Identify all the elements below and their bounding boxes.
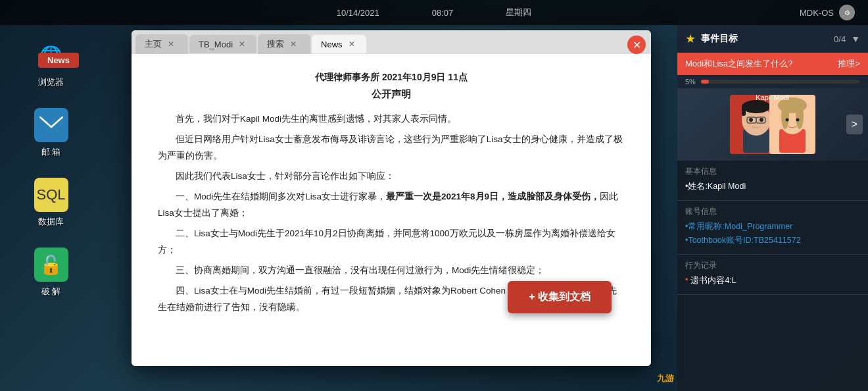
character-female-portrait xyxy=(769,95,815,154)
tab-search-close[interactable]: ✕ xyxy=(288,39,299,49)
account-info-title: 账号信息 xyxy=(685,206,860,217)
account-toothbook-id: •Toothbook账号ID:TB25411572 xyxy=(685,235,860,246)
article-para5: 二、Lisa女士与Modi先生于2021年10月2日协商离婚，并同意将1000万… xyxy=(158,226,625,259)
crack-icon: 🔓 xyxy=(34,248,68,282)
email-icon xyxy=(34,108,68,142)
article-para2: 但近日网络用户针对Lisa女士蓄意发布侮辱及诽谤言论，这些行为严重影响了Lisa… xyxy=(158,132,625,165)
basic-info-section: 基本信息 •姓名:Kapil Modi xyxy=(677,161,868,201)
collect-to-document-button[interactable]: + 收集到文档 xyxy=(508,281,612,313)
basic-info-name: •姓名:Kapil Modi xyxy=(685,181,860,192)
database-icon: SQL xyxy=(34,178,68,212)
topbar: 10/14/2021 08:07 星期四 MDK-OS ⚙ xyxy=(0,0,868,25)
progress-text: 5% xyxy=(685,78,696,86)
article-para4-prefix: 一、Modi先生在结婚期间多次对Lisa女士进行家暴， xyxy=(176,192,386,201)
tab-bar: 主页 ✕ TB_Modi ✕ 搜索 ✕ News ✕ ✕ xyxy=(132,30,651,54)
tab-search-label: 搜索 xyxy=(267,38,284,50)
topbar-date: 10/14/2021 xyxy=(337,8,379,18)
event-progress-row: 5% xyxy=(677,75,868,88)
chevron-down-icon[interactable]: ▼ xyxy=(851,34,860,44)
topbar-time: 08:07 xyxy=(432,8,454,18)
behavior-item-1: • 遗书内容4:L xyxy=(685,275,860,286)
event-count: 0/4 xyxy=(834,34,846,44)
browser-label: 浏览器 xyxy=(38,76,64,88)
svg-point-15 xyxy=(786,118,789,122)
article-para4: 一、Modi先生在结婚期间多次对Lisa女士进行家暴，最严重一次是2021年8月… xyxy=(158,189,625,222)
tab-news-close[interactable]: ✕ xyxy=(347,39,357,49)
topbar-logo-icon: ⚙ xyxy=(839,5,855,20)
crack-label: 破 解 xyxy=(41,286,61,298)
behavior-record-title: 行为记录 xyxy=(685,260,860,271)
article-para4-bold: 最严重一次是2021年8月9日，造成脸部及身体受伤， xyxy=(386,192,600,201)
tab-home[interactable]: 主页 ✕ xyxy=(135,34,188,54)
tab-news[interactable]: News ✕ xyxy=(312,35,366,53)
browser-content-area[interactable]: 代理律师事务所 2021年10月9日 11点 公开声明 首先，我们对于Kapil… xyxy=(132,54,651,366)
right-panel: ★ 事件目标 0/4 ▼ Modi和Lisa之间发生了什么? 推理> 5% Ka… xyxy=(677,25,868,391)
sidebar-item-crack[interactable]: 🔓 破 解 xyxy=(34,248,68,298)
tab-home-label: 主页 xyxy=(145,38,162,50)
browser-modal: 主页 ✕ TB_Modi ✕ 搜索 ✕ News ✕ ✕ 代理律师事务所 202… xyxy=(132,30,651,366)
article-para3: 因此我们代表Lisa女士，针对部分言论作出如下响应： xyxy=(158,169,625,185)
progress-bar xyxy=(701,80,860,84)
behavior-record-section: 行为记录 • 遗书内容4:L xyxy=(677,255,868,295)
article-para1: 首先，我们对于Kapil Modi先生的离世感到遗憾，对其家人表示同情。 xyxy=(158,111,625,128)
tab-tb-modi[interactable]: TB_Modi ✕ xyxy=(189,35,256,53)
svg-point-6 xyxy=(760,118,763,122)
bullet-icon: • xyxy=(685,275,688,286)
topbar-day: 星期四 xyxy=(506,7,531,18)
account-info-section: 账号信息 •常用昵称:Modi_Programmer •Toothbook账号I… xyxy=(677,201,868,255)
basic-info-title: 基本信息 xyxy=(685,166,860,177)
svg-point-14 xyxy=(796,103,804,129)
profile-nav-button[interactable]: > xyxy=(846,115,863,134)
article-title-line1: 代理律师事务所 2021年10月9日 11点 xyxy=(158,70,625,84)
email-label: 邮 箱 xyxy=(41,146,61,158)
tab-search[interactable]: 搜索 ✕ xyxy=(258,34,310,54)
sidebar-item-email[interactable]: 邮 箱 xyxy=(34,108,68,158)
toothbook-text: •Toothbook账号ID:TB25411572 xyxy=(685,235,801,246)
article-para6: 三、协商离婚期间，双方沟通一直很融洽，没有出现任何过激行为，Modi先生情绪很稳… xyxy=(158,263,625,279)
svg-point-5 xyxy=(749,118,753,122)
account-nickname: •常用昵称:Modi_Programmer xyxy=(685,221,860,232)
tab-news-label: News xyxy=(321,39,343,49)
event-star-icon: ★ xyxy=(685,32,696,46)
progress-bar-fill xyxy=(701,80,709,84)
nickname-text: •常用昵称:Modi_Programmer xyxy=(685,221,792,232)
tab-home-close[interactable]: ✕ xyxy=(166,39,176,49)
event-question-bar: Modi和Lisa之间发生了什么? 推理> xyxy=(677,53,868,75)
tab-tb-modi-close[interactable]: ✕ xyxy=(237,39,247,49)
news-badge[interactable]: News xyxy=(38,53,79,68)
tab-tb-modi-label: TB_Modi xyxy=(199,39,233,49)
modal-close-button[interactable]: ✕ xyxy=(627,36,646,54)
topbar-right: MDK-OS ⚙ xyxy=(800,5,855,20)
topbar-os: MDK-OS xyxy=(800,8,834,18)
event-title: 事件目标 xyxy=(701,33,829,45)
behavior-item-1-text: 遗书内容4:L xyxy=(690,275,736,286)
deduction-button[interactable]: 推理> xyxy=(838,58,860,70)
profile-area: Kapil Modi xyxy=(677,88,868,161)
svg-point-13 xyxy=(781,103,789,129)
jiuyou-logo: 九游 xyxy=(657,373,674,384)
profile-name-label: Kapil Modi xyxy=(756,93,789,101)
event-question-text: Modi和Lisa之间发生了什么? xyxy=(685,58,792,70)
svg-rect-4 xyxy=(742,105,746,116)
sidebar-item-database[interactable]: SQL 数据库 xyxy=(34,178,68,228)
svg-point-16 xyxy=(796,118,800,122)
event-header: ★ 事件目标 0/4 ▼ xyxy=(677,25,868,53)
database-label: 数据库 xyxy=(38,216,64,228)
svg-point-3 xyxy=(742,100,771,113)
name-info-text: •姓名:Kapil Modi xyxy=(685,181,746,192)
article-subtitle: 公开声明 xyxy=(158,88,625,101)
sidebar: 🌐 浏览器 邮 箱 SQL 数据库 🔓 破 解 xyxy=(0,25,102,391)
